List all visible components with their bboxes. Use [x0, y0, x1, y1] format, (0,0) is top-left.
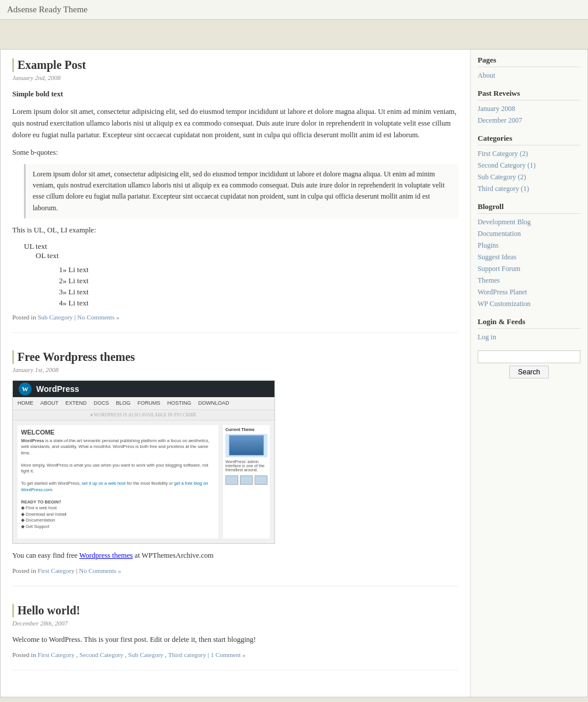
first-cat-link2[interactable]: First Category [37, 651, 74, 658]
search-input[interactable] [478, 350, 580, 363]
past-review-jan[interactable]: January 2008 [478, 104, 580, 114]
blogroll-heading: Blogroll [478, 202, 580, 214]
nav-download: DOWNLOAD [199, 400, 229, 406]
post-footer-example: Posted in Sub Category | No Comments » [12, 314, 458, 321]
cat-third[interactable]: Third category (1) [478, 184, 580, 194]
list-item: Li text [59, 276, 458, 286]
list-item: Li text [59, 298, 458, 308]
post-content-hello: Welcome to WordPress. This is your first… [12, 634, 458, 645]
login-feeds-heading: Login & Feeds [478, 317, 580, 329]
wp-screenshot-inner: W WordPress HOME ABOUT EXTEND DOCS B [13, 381, 274, 543]
past-review-dec[interactable]: December 2007 [478, 116, 580, 126]
wp-post-text: You can easy find free Wordpress themes … [12, 550, 458, 561]
post-footer-hello: Posted in First Category , Second Catego… [12, 651, 458, 658]
second-cat-link[interactable]: Second Category [79, 651, 123, 658]
body-prefix: You can easy find free [12, 551, 79, 559]
nav-blog: BLOG [116, 400, 131, 406]
cat-first[interactable]: First Category (2) [478, 149, 580, 159]
nav-forums: FORUMS [138, 400, 161, 406]
wp-current-theme-label: Current Theme [225, 428, 267, 432]
post-wordpress-themes: Free Wordpress themes January 1st, 2008 … [12, 350, 458, 586]
post-date-hello: December 28th, 2007 [12, 620, 458, 627]
blogroll-docs[interactable]: Documentation [478, 229, 580, 239]
post-hello-world: Hello world! December 28th, 2007 Welcome… [12, 604, 458, 670]
post-content-example: Simple bold text Lorem ipsum dolor sit a… [12, 88, 458, 308]
cat-sub[interactable]: Sub Category (2) [478, 172, 580, 182]
wp-main-panel: WELCOME WordPress is a state-of-the-art … [18, 425, 218, 538]
sidebar-pages: Pages About [478, 55, 580, 81]
nav-docs: DOCS [94, 400, 109, 406]
nav-about: ABOUT [40, 400, 58, 406]
wp-welcome-heading: WELCOME [21, 429, 215, 436]
category-link-sub[interactable]: Sub Category [37, 314, 72, 321]
sidebar-blogroll: Blogroll Development Blog Documentation … [478, 202, 580, 309]
wp-logo-text: WordPress [36, 384, 79, 394]
nav-extend: EXTEND [65, 400, 87, 406]
search-button[interactable]: Search [509, 366, 549, 378]
quote-label: Some b-quotes: [12, 147, 458, 158]
site-header: Adsense Ready Theme [0, 0, 588, 20]
sub-cat-link2[interactable]: Sub Category [128, 651, 163, 658]
comments-link[interactable]: No Comments » [77, 314, 119, 321]
posted-in-label: Posted in [12, 314, 36, 321]
first-category-link[interactable]: First Category [37, 567, 74, 574]
wp-theme-btn2 [240, 475, 253, 485]
main-content: Example Post January 2nd, 2008 Simple bo… [1, 50, 471, 697]
third-cat-link[interactable]: Third category [168, 651, 206, 658]
posted-in-label3: Posted in [12, 651, 37, 658]
wp-theme-btn1 [225, 475, 238, 485]
blogroll-suggest[interactable]: Suggest Ideas [478, 252, 580, 262]
nav-hosting: HOSTING [168, 400, 192, 406]
wp-sidebar-panel: Current Theme WordPress' admin interface… [223, 425, 270, 538]
blogroll-wp-custom[interactable]: WP Customization [478, 299, 580, 309]
wp-logo-letter: W [22, 385, 29, 392]
post-footer-wp: Posted in First Category | No Comments » [12, 567, 458, 574]
blogroll-wp-planet[interactable]: WordPress Planet [478, 287, 580, 297]
site-title: Adsense Ready Theme [7, 5, 581, 15]
wp-theme-buttons [225, 475, 267, 485]
blogroll-themes[interactable]: Themes [478, 276, 580, 286]
post-body: Lorem ipsum dolor sit amet, consectetur … [12, 106, 458, 141]
blogroll-support[interactable]: Support Forum [478, 264, 580, 274]
login-link[interactable]: Log in [478, 332, 580, 342]
sidebar: Pages About Past Reveiws January 2008 De… [471, 50, 587, 697]
blockquote: Lorem ipsum dolor sit amet, consectetur … [24, 164, 458, 218]
hello-body: Welcome to WordPress. This is your first… [12, 634, 458, 645]
wp-logo-circle: W [19, 383, 32, 395]
post-title-wp: Free Wordpress themes [12, 350, 458, 364]
posted-in-label2: Posted in [12, 567, 37, 574]
li-list: Li text Li text Li text Li text [59, 265, 458, 308]
ul-text: UL text [24, 242, 47, 251]
no-comments-link2[interactable]: No Comments » [79, 567, 121, 574]
list-item: Li text [59, 265, 458, 274]
post-date-wp: January 1st, 2008 [12, 366, 458, 373]
cat-second[interactable]: Second Category (1) [478, 161, 580, 171]
page-wrapper: Adsense Ready Theme Example Post January… [0, 0, 588, 702]
blogroll-plugins[interactable]: Plugins [478, 241, 580, 251]
page-link-about[interactable]: About [478, 71, 580, 81]
nav-home: HOME [18, 400, 33, 406]
sidebar-search: Search [478, 350, 580, 378]
ad-area [0, 20, 588, 49]
post-title-hello: Hello world! [12, 604, 458, 617]
post-content-wp: W WordPress HOME ABOUT EXTEND DOCS B [12, 380, 458, 561]
wp-theme-preview [225, 434, 267, 457]
post-date-example: January 2nd, 2008 [12, 74, 458, 81]
wordpress-themes-link[interactable]: Wordpress themes [79, 551, 133, 559]
ul-ol-label: This is UL, OL, LI example: [12, 224, 458, 236]
sidebar-categories: Categories First Category (2) Second Cat… [478, 134, 580, 194]
sidebar-past-reviews: Past Reveiws January 2008 December 2007 [478, 89, 580, 126]
sidebar-login-feeds: Login & Feeds Log in [478, 317, 580, 342]
content-area: Example Post January 2nd, 2008 Simple bo… [0, 49, 588, 697]
one-comment-link[interactable]: 1 Comment » [211, 651, 246, 658]
body-suffix: at WPThemesArchive.com [133, 551, 213, 559]
wp-header-bar: W WordPress [13, 381, 274, 397]
blogroll-dev[interactable]: Development Blog [478, 217, 580, 227]
wp-theme-thumbnail [229, 435, 264, 456]
wp-nav-bar: HOME ABOUT EXTEND DOCS BLOG FORUMS HOSTI… [13, 397, 274, 410]
wp-body: WELCOME WordPress is a state-of-the-art … [13, 420, 274, 543]
post-example: Example Post January 2nd, 2008 Simple bo… [12, 58, 458, 333]
ul-section: UL text OL text Li text Li text Li text … [24, 242, 458, 308]
ol-text: OL text [36, 251, 59, 260]
ol-section: OL text Li text Li text Li text Li text [36, 251, 458, 308]
